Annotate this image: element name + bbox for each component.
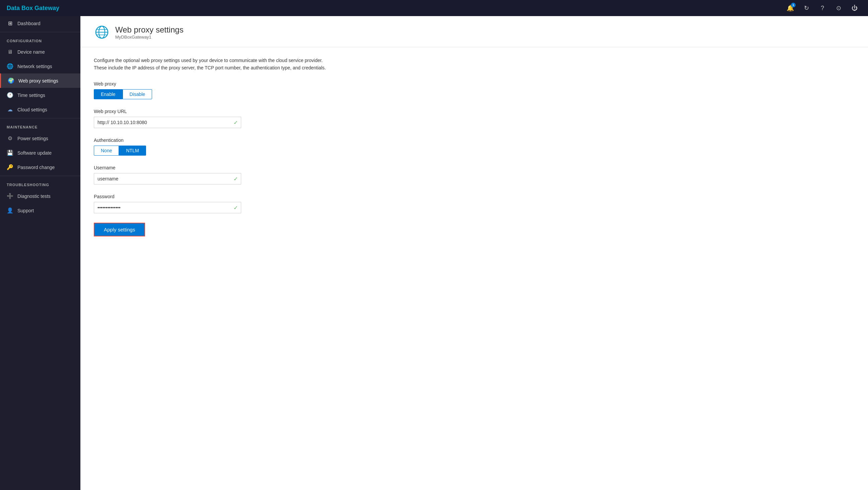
sidebar-time-label: Time settings — [18, 92, 45, 98]
network-icon: 🌐 — [7, 63, 13, 69]
sidebar-divider-2 — [0, 118, 81, 118]
sidebar-item-dashboard-label: Dashboard — [18, 21, 40, 26]
description-line1: Configure the optional web proxy setting… — [94, 58, 322, 63]
page-description: Configure the optional web proxy setting… — [94, 57, 855, 72]
power-button[interactable]: ⏻ — [848, 1, 861, 15]
sidebar-item-cloud-settings[interactable]: ☁ Cloud settings — [0, 102, 81, 117]
sidebar-divider-1 — [0, 32, 81, 32]
notification-badge: 1 — [791, 3, 796, 7]
username-section: Username ✓ — [94, 165, 855, 184]
refresh-button[interactable]: ↻ — [800, 1, 813, 15]
sidebar-item-password-change[interactable]: 🔑 Password change — [0, 160, 81, 174]
page-title: Web proxy settings — [115, 25, 184, 34]
main-content: Web proxy settings MyDBoxGateway1 Config… — [81, 16, 868, 490]
url-input[interactable] — [94, 117, 241, 128]
sidebar-item-time-settings[interactable]: 🕐 Time settings — [0, 88, 81, 102]
username-label: Username — [94, 165, 855, 170]
config-section-header: CONFIGURATION — [0, 33, 81, 45]
page-body: Configure the optional web proxy setting… — [81, 47, 868, 255]
sidebar-divider-3 — [0, 176, 81, 176]
power-settings-icon: ⚙ — [7, 135, 13, 142]
refresh-icon: ↻ — [804, 4, 809, 12]
sidebar-item-software-update[interactable]: 💾 Software update — [0, 146, 81, 160]
page-header-text: Web proxy settings MyDBoxGateway1 — [115, 25, 184, 39]
password-check-icon: ✓ — [234, 204, 238, 211]
disable-button[interactable]: Disable — [123, 89, 152, 99]
auth-toggle-group: None NTLM — [94, 146, 855, 155]
sidebar-item-device-name[interactable]: 🖥 Device name — [0, 45, 81, 59]
sidebar-item-network-settings[interactable]: 🌐 Network settings — [0, 59, 81, 74]
maintenance-section-header: MAINTENANCE — [0, 120, 81, 131]
auth-label: Authentication — [94, 138, 855, 143]
notification-button[interactable]: 🔔 1 — [783, 1, 797, 15]
none-button[interactable]: None — [94, 146, 119, 155]
url-label: Web proxy URL — [94, 109, 855, 114]
device-icon: 🖥 — [7, 49, 13, 55]
username-input-wrapper: ✓ — [94, 173, 241, 184]
circle-button[interactable]: ⊙ — [832, 1, 845, 15]
web-proxy-section: Web proxy Enable Disable — [94, 81, 855, 99]
time-icon: 🕐 — [7, 92, 13, 98]
sidebar-item-power-settings[interactable]: ⚙ Power settings — [0, 131, 81, 146]
sidebar-password-label: Password change — [18, 165, 55, 170]
web-proxy-label: Web proxy — [94, 81, 855, 87]
sidebar-diagnostic-label: Diagnostic tests — [18, 194, 51, 199]
sidebar-power-label: Power settings — [18, 136, 48, 141]
cloud-icon: ☁ — [7, 106, 13, 113]
sidebar-device-name-label: Device name — [18, 49, 45, 55]
dashboard-icon: ⊞ — [7, 20, 13, 27]
sidebar-item-dashboard[interactable]: ⊞ Dashboard — [0, 16, 81, 31]
page-subtitle: MyDBoxGateway1 — [115, 34, 184, 39]
help-icon: ? — [821, 5, 824, 12]
url-check-icon: ✓ — [234, 119, 238, 125]
sidebar-item-diagnostic-tests[interactable]: ➕ Diagnostic tests — [0, 189, 81, 203]
sidebar-support-label: Support — [18, 208, 34, 213]
url-input-wrapper: ✓ — [94, 117, 241, 128]
password-input-wrapper: ✓ — [94, 202, 241, 213]
sidebar-cloud-label: Cloud settings — [18, 107, 47, 112]
sidebar-webproxy-label: Web proxy settings — [19, 78, 58, 84]
topbar: Data Box Gateway 🔔 1 ↻ ? ⊙ ⏻ — [0, 0, 868, 16]
help-button[interactable]: ? — [816, 1, 829, 15]
apply-section: Apply settings — [94, 223, 855, 236]
support-icon: 👤 — [7, 207, 13, 214]
auth-section: Authentication None NTLM — [94, 138, 855, 155]
enable-button[interactable]: Enable — [94, 89, 123, 99]
description-line2: These include the IP address of the prox… — [94, 65, 326, 70]
password-section: Password ✓ — [94, 194, 855, 213]
username-input[interactable] — [94, 173, 241, 184]
url-section: Web proxy URL ✓ — [94, 109, 855, 128]
apply-settings-button[interactable]: Apply settings — [94, 223, 145, 236]
password-icon: 🔑 — [7, 164, 13, 170]
username-check-icon: ✓ — [234, 175, 238, 182]
troubleshooting-section-header: TROUBLESHOOTING — [0, 177, 81, 189]
layout: ⊞ Dashboard CONFIGURATION 🖥 Device name … — [0, 16, 868, 490]
globe-icon — [95, 25, 109, 39]
password-label: Password — [94, 194, 855, 199]
sidebar: ⊞ Dashboard CONFIGURATION 🖥 Device name … — [0, 16, 81, 490]
power-icon: ⏻ — [851, 5, 858, 12]
page-icon — [94, 24, 110, 40]
webproxy-icon: 🌍 — [8, 78, 14, 84]
circle-icon: ⊙ — [836, 4, 841, 12]
sidebar-network-label: Network settings — [18, 64, 52, 69]
page-header: Web proxy settings MyDBoxGateway1 — [81, 16, 868, 47]
topbar-icons: 🔔 1 ↻ ? ⊙ ⏻ — [783, 1, 861, 15]
sidebar-update-label: Software update — [18, 150, 52, 155]
update-icon: 💾 — [7, 150, 13, 156]
web-proxy-toggle-group: Enable Disable — [94, 89, 855, 99]
sidebar-item-support[interactable]: 👤 Support — [0, 203, 81, 218]
app-brand[interactable]: Data Box Gateway — [7, 5, 59, 12]
ntlm-button[interactable]: NTLM — [119, 146, 146, 155]
sidebar-item-web-proxy[interactable]: 🌍 Web proxy settings — [0, 74, 81, 88]
diagnostic-icon: ➕ — [7, 193, 13, 199]
password-input[interactable] — [94, 202, 241, 213]
